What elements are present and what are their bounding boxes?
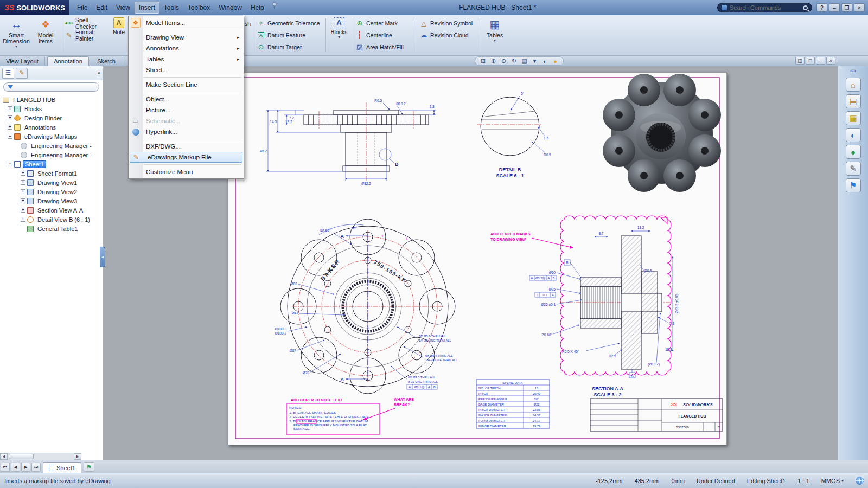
- sheet-scale[interactable]: 1 : 1: [797, 478, 809, 484]
- expander-icon[interactable]: [8, 106, 12, 111]
- drawing-sheet-svg[interactable]: 14.3 13.2 7.2 45.2 R0.5 Ø10.2 2.3 Ø32.2: [228, 72, 727, 445]
- menu-item-customize-menu[interactable]: Customize Menu: [129, 166, 244, 177]
- tree-item-drawing-view2[interactable]: Drawing View2: [0, 187, 103, 196]
- search-icon[interactable]: [803, 5, 808, 10]
- menu-insert[interactable]: Insert: [135, 2, 159, 14]
- blocks-button[interactable]: Blocks: [328, 17, 350, 53]
- markup-flag-icon[interactable]: [846, 178, 861, 192]
- search-commands-box[interactable]: [717, 3, 812, 12]
- menu-tools[interactable]: Tools: [159, 2, 183, 14]
- expander-icon[interactable]: [21, 217, 25, 222]
- doc-minimize-button[interactable]: [816, 57, 825, 65]
- pan-icon[interactable]: [499, 57, 508, 65]
- scroll-right-icon[interactable]: ▶: [74, 453, 81, 460]
- tree-item-engineering-manager-2[interactable]: Engineering Manager -: [0, 150, 103, 159]
- feature-tree-tab-icon[interactable]: [2, 68, 14, 79]
- menu-view[interactable]: View: [112, 2, 135, 14]
- panel-expand-icon[interactable]: [97, 70, 100, 76]
- doc-cascade-button[interactable]: [795, 57, 805, 65]
- solidworks-resources-icon[interactable]: [846, 78, 861, 92]
- tree-item-edrawings-markups[interactable]: eDrawings Markups: [0, 132, 103, 141]
- model-items-button[interactable]: Model Items: [31, 17, 60, 53]
- geometric-tolerance-button[interactable]: Geometric Tolerance: [255, 18, 323, 28]
- tab-sketch[interactable]: Sketch: [91, 57, 122, 66]
- close-button[interactable]: [854, 3, 865, 12]
- format-painter-button[interactable]: Format Painter: [63, 30, 107, 40]
- sheet-properties-icon[interactable]: [520, 57, 529, 65]
- revision-symbol-button[interactable]: Revision Symbol: [418, 18, 478, 28]
- menu-item-picture[interactable]: Picture...: [129, 105, 244, 115]
- menu-item-sheet[interactable]: Sheet...: [129, 65, 244, 75]
- menu-item-drawing-view[interactable]: Drawing View: [129, 32, 244, 43]
- tree-item-sheet1[interactable]: Sheet1: [0, 159, 103, 169]
- tree-item-sheet-format1[interactable]: Sheet Format1: [0, 169, 103, 178]
- pin-icon[interactable]: [271, 2, 278, 9]
- menu-item-model-items[interactable]: Model Items...: [129, 17, 244, 28]
- tables-button[interactable]: Tables: [483, 17, 507, 53]
- units-selector[interactable]: MMGS: [821, 478, 844, 484]
- menu-item-hyperlink[interactable]: Hyperlink...: [129, 126, 244, 137]
- datum-feature-button[interactable]: Datum Feature: [255, 30, 323, 40]
- menu-toolbox[interactable]: Toolbox: [183, 2, 214, 14]
- menu-window[interactable]: Window: [214, 2, 246, 14]
- tree-item-section-view[interactable]: Section View A-A: [0, 206, 103, 215]
- expander-icon[interactable]: [8, 125, 12, 130]
- zoom-to-fit-icon[interactable]: [478, 57, 488, 65]
- tab-view-layout[interactable]: View Layout: [0, 57, 45, 66]
- tree-item-detail-view[interactable]: Detail View B (6 : 1): [0, 215, 103, 224]
- menu-item-make-section-line[interactable]: Make Section Line: [129, 79, 244, 90]
- view-palette-icon[interactable]: [846, 128, 861, 142]
- tree-item-blocks[interactable]: Blocks: [0, 104, 103, 113]
- drawing-sheet[interactable]: 14.3 13.2 7.2 45.2 R0.5 Ø10.2 2.3 Ø32.2: [228, 72, 727, 445]
- scrollbar-thumb[interactable]: [9, 454, 34, 459]
- menu-edit[interactable]: Edit: [92, 2, 112, 14]
- expander-icon[interactable]: [21, 208, 25, 213]
- spline-data-table[interactable]: SPLINE DATA NO. OF TEETH 18 PITCH 20/40 …: [476, 380, 550, 428]
- revision-cloud-button[interactable]: Revision Cloud: [418, 30, 478, 40]
- panel-horizontal-scrollbar[interactable]: ◀ ▶: [0, 453, 81, 460]
- note-button[interactable]: Note: [108, 17, 129, 53]
- rotate-view-icon[interactable]: [509, 57, 519, 65]
- file-explorer-icon[interactable]: [846, 111, 861, 125]
- first-sheet-icon[interactable]: ⏮: [1, 463, 10, 472]
- center-mark-button[interactable]: Center Mark: [354, 18, 414, 28]
- search-input[interactable]: [730, 4, 800, 11]
- sheet-tab-sheet1[interactable]: Sheet1: [43, 462, 81, 473]
- minimize-button[interactable]: [829, 3, 840, 12]
- expander-icon[interactable]: [8, 162, 12, 166]
- expander-icon[interactable]: [21, 180, 25, 185]
- add-sheet-icon[interactable]: [84, 462, 94, 472]
- restore-button[interactable]: [841, 3, 852, 12]
- design-library-icon[interactable]: [846, 94, 861, 108]
- doc-close-button[interactable]: [826, 57, 835, 65]
- view-settings-chevron-icon[interactable]: [530, 57, 539, 65]
- menu-item-edrawings-markup-file[interactable]: eDrawings Markup File: [130, 152, 242, 163]
- smart-dimension-button[interactable]: Smart Dimension: [2, 17, 30, 53]
- expander-icon[interactable]: [21, 171, 25, 176]
- tree-item-drawing-view1[interactable]: Drawing View1: [0, 178, 103, 187]
- menu-help[interactable]: Help: [246, 2, 269, 14]
- menu-file[interactable]: File: [73, 2, 92, 14]
- help-button[interactable]: [816, 3, 827, 12]
- doc-restore-button[interactable]: [806, 57, 815, 65]
- last-sheet-icon[interactable]: ⏭: [31, 463, 41, 472]
- custom-properties-icon[interactable]: [846, 162, 861, 176]
- centerline-button[interactable]: Centerline: [354, 30, 414, 40]
- expander-icon[interactable]: [8, 134, 12, 139]
- menu-item-object[interactable]: Object...: [129, 94, 244, 105]
- next-sheet-icon[interactable]: ▶: [21, 463, 30, 472]
- display-style-icon[interactable]: [540, 57, 550, 65]
- tree-item-drawing-view3[interactable]: Drawing View3: [0, 196, 103, 206]
- tree-filter-input[interactable]: [3, 82, 99, 92]
- search-scope-icon[interactable]: [722, 5, 727, 10]
- menu-item-annotations[interactable]: Annotations: [129, 43, 244, 54]
- datum-target-button[interactable]: Datum Target: [255, 42, 323, 52]
- tree-root[interactable]: FLANGED HUB: [0, 95, 103, 104]
- menu-item-dxf-dwg[interactable]: DXF/DWG...: [129, 141, 244, 152]
- tree-item-design-binder[interactable]: Design Binder: [0, 113, 103, 123]
- prev-sheet-icon[interactable]: ◀: [11, 463, 20, 472]
- property-manager-tab-icon[interactable]: [16, 68, 28, 79]
- expander-icon[interactable]: [8, 115, 12, 120]
- tree-item-engineering-manager-1[interactable]: Engineering Manager -: [0, 141, 103, 150]
- editing-status[interactable]: Editing Sheet1: [747, 478, 786, 484]
